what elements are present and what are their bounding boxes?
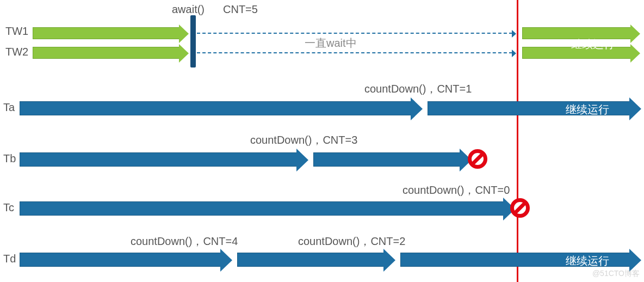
tc-arrow <box>20 201 504 216</box>
td-arrow-1 <box>20 253 221 267</box>
tw2-run-arrow <box>33 47 179 59</box>
watermark: @51CTO博客 <box>592 269 640 279</box>
waiting-text: 一直wait中 <box>305 36 357 51</box>
td-countdown-2-label: countDown()，CNT=2 <box>298 234 405 249</box>
thread-tc-label: Tc <box>3 201 14 214</box>
tw1-wait-line <box>197 33 512 34</box>
thread-tw2-label: TW2 <box>5 46 28 58</box>
td-continue-text: 继续运行 <box>566 254 609 268</box>
await-barrier <box>190 15 196 68</box>
tc-stop-icon <box>510 198 530 218</box>
tb-stop-icon <box>468 149 487 169</box>
tb-arrow-2 <box>313 152 460 167</box>
td-arrow-2 <box>237 253 384 267</box>
tb-countdown-label: countDown()，CNT=3 <box>250 133 357 148</box>
tw1-run-arrow <box>33 27 179 39</box>
tb-arrow-1 <box>20 152 297 167</box>
tc-countdown-label: countDown()，CNT=0 <box>403 183 510 198</box>
ta-countdown-label: countDown()，CNT=1 <box>364 82 472 96</box>
tw-continue-text: 继续运行 <box>571 37 615 52</box>
thread-td-label: Td <box>3 253 16 265</box>
latch-release-line <box>517 0 518 282</box>
thread-tb-label: Tb <box>3 152 16 165</box>
await-label: await() <box>172 3 205 16</box>
thread-tw1-label: TW1 <box>5 25 28 38</box>
countdownlatch-diagram: await() CNT=5 TW1 TW2 Ta Tb Tc Td 一直wait… <box>0 0 644 282</box>
tw2-wait-line <box>197 52 512 53</box>
ta-arrow-1 <box>20 101 411 115</box>
cnt-label: CNT=5 <box>223 3 258 16</box>
thread-ta-label: Ta <box>3 101 15 114</box>
ta-continue-text: 继续运行 <box>566 102 609 117</box>
td-countdown-1-label: countDown()，CNT=4 <box>131 234 238 249</box>
